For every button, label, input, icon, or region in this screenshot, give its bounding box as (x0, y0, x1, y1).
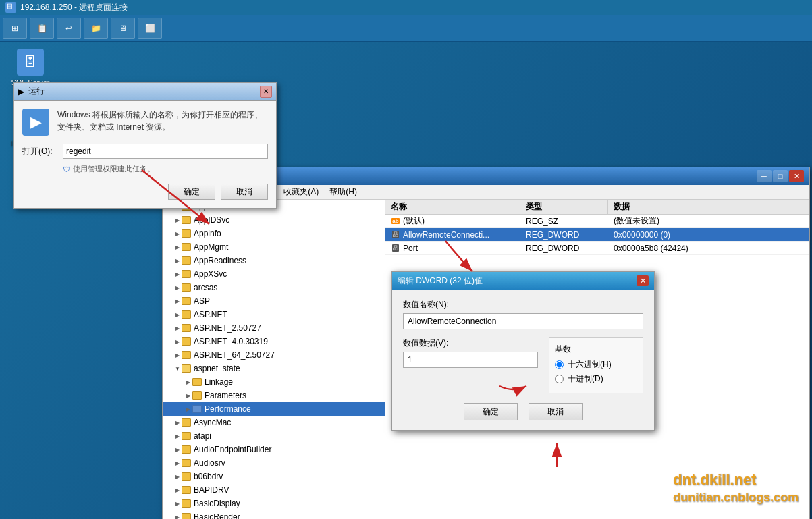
window-controls: ─ □ ✕ (757, 170, 804, 182)
dec-radio-item[interactable]: 十进制(D) (555, 373, 637, 385)
reg-cell-type-port: REG_DWORD (520, 242, 608, 254)
taskbar-btn-1[interactable]: 📋 (30, 18, 54, 39)
tree-item-aspnet250[interactable]: ▶ ASP.NET_2.50727 (163, 321, 385, 335)
dword-value-label: 数值数据(V): (403, 337, 538, 349)
tree-item-basicdisplay[interactable]: ▶ BasicDisplay (163, 497, 385, 510)
run-cancel-btn[interactable]: 取消 (221, 184, 268, 200)
tree-item-appreadiness[interactable]: ▶ AppReadiness (163, 254, 385, 267)
reg-cell-type-default: REG_SZ (520, 215, 608, 227)
dword-icon-allow: 品 (391, 230, 400, 240)
rd-title: 192.168.1.250 - 远程桌面连接 (20, 2, 128, 13)
dword-icon-port: 品 (391, 244, 400, 253)
tree-item-atapi[interactable]: ▶ atapi (163, 429, 385, 443)
sql-icon: 🗄 (17, 49, 44, 76)
dword-ok-btn[interactable]: 确定 (464, 403, 518, 420)
tree-item-appinfo[interactable]: ▶ Appinfo (163, 227, 385, 240)
dword-name-input[interactable] (403, 313, 643, 329)
dword-value-col: 数值数据(V): (403, 337, 538, 368)
dword-buttons: 确定 取消 (403, 403, 643, 420)
dword-radio-col: 基数 十六进制(H) 十进制(D) (549, 337, 643, 393)
dword-title-text: 编辑 DWORD (32 位)值 (398, 275, 483, 287)
tree-item-appxsvc[interactable]: ▶ AppXSvc (163, 267, 385, 281)
col-header-type: 类型 (520, 200, 608, 214)
close-btn[interactable]: ✕ (789, 170, 804, 182)
tree-item-arcsas[interactable]: ▶ arcsas (163, 281, 385, 294)
dword-value-row: 数值数据(V): 基数 十六进制(H) 十进制(D) (403, 337, 643, 393)
dword-body: 数值名称(N): 数值数据(V): 基数 十六进制(H) 十进制(D) (392, 290, 654, 430)
run-dialog-buttons: 确定 取消 (22, 181, 268, 200)
run-hint-text: 使用管理权限建此任务。 (73, 164, 155, 174)
tree-item-asp[interactable]: ▶ ASP (163, 294, 385, 308)
run-input[interactable] (63, 144, 268, 159)
taskbar-start[interactable]: ⊞ (3, 18, 27, 39)
dword-value-input[interactable] (403, 352, 538, 368)
watermark: dnt.dkill.net dunitian.cnblogs.com (673, 470, 799, 506)
dword-close-btn[interactable]: ✕ (637, 275, 649, 286)
tree-item-performance[interactable]: ▶ Performance (163, 402, 385, 416)
reg-cell-name-port: 品 Port (385, 242, 520, 254)
reg-row-port[interactable]: 品 Port REG_DWORD 0x0000a5b8 (42424) (385, 242, 809, 255)
reg-cell-data-allowremote: 0x00000000 (0) (608, 228, 809, 241)
dword-cancel-btn[interactable]: 取消 (529, 403, 583, 420)
tree-item-basicrender[interactable]: ▶ BasicRender (163, 510, 385, 519)
tree-item-parameters[interactable]: ▶ Parameters (163, 389, 385, 402)
reg-cell-data-default: (数值未设置) (608, 215, 809, 227)
watermark-line2: dunitian.cnblogs.com (673, 490, 799, 506)
run-dialog-title-area: ▶ 运行 (18, 86, 45, 97)
reg-cell-type-allowremote: REG_DWORD (520, 228, 608, 241)
tree-panel: ▶ AppID ▶ AppIDSvc ▶ Appinfo ▶ A (163, 200, 385, 519)
reg-cell-name-default: ab (默认) (385, 215, 520, 227)
reg-cell-name-allowremote: 品 AllowRemoteConnecti... (385, 228, 520, 241)
hex-radio-label: 十六进制(H) (568, 359, 612, 371)
rd-icon: 🖥 (5, 2, 16, 13)
run-hint: 🛡 使用管理权限建此任务。 (63, 164, 268, 174)
menu-favorites[interactable]: 收藏夹(A) (278, 185, 324, 200)
maximize-btn[interactable]: □ (773, 170, 788, 182)
hex-radio[interactable] (555, 360, 564, 369)
run-dialog: ▶ 运行 ✕ ▶ Windows 将根据你所输入的名称，为你打开相应的程序、文件… (13, 82, 277, 209)
tree-item-bapidrv[interactable]: ▶ BAPIDRV (163, 483, 385, 497)
run-dialog-titlebar: ▶ 运行 ✕ (14, 83, 276, 101)
col-header-data: 数据 (608, 200, 809, 214)
taskbar-btn-4[interactable]: 🖥 (111, 18, 135, 39)
taskbar-btn-5[interactable]: ⬜ (138, 18, 162, 39)
tree-item-appmgmt[interactable]: ▶ AppMgmt (163, 240, 385, 254)
tree-item-asyncmac[interactable]: ▶ AsyncMac (163, 416, 385, 429)
run-icon: ▶ (18, 87, 24, 97)
tree-item-audioep[interactable]: ▶ AudioEndpointBuilder (163, 443, 385, 456)
taskbar: ⊞ 📋 ↩ 📁 🖥 ⬜ (0, 15, 812, 42)
dec-radio[interactable] (555, 375, 564, 383)
rd-titlebar: 🖥 192.168.1.250 - 远程桌面连接 (0, 0, 812, 15)
shield-icon: 🛡 (63, 165, 70, 173)
tree-item-aspnet[interactable]: ▶ ASP.NET (163, 308, 385, 321)
run-dialog-input-row: 打开(O): (22, 144, 268, 159)
run-dialog-big-icon: ▶ (22, 109, 49, 136)
watermark-line1: dnt.dkill.net (673, 470, 799, 490)
run-open-label: 打开(O): (22, 146, 63, 157)
hex-radio-item[interactable]: 十六进制(H) (555, 359, 637, 371)
dec-radio-label: 十进制(D) (568, 373, 603, 385)
tree-item-aspnet40[interactable]: ▶ ASP.NET_4.0.30319 (163, 335, 385, 348)
tree-item-appidsvc[interactable]: ▶ AppIDSvc (163, 213, 385, 227)
taskbar-btn-2[interactable]: ↩ (57, 18, 81, 39)
menu-help[interactable]: 帮助(H) (324, 185, 362, 200)
tree-item-audiosrv[interactable]: ▶ Audiosrv (163, 456, 385, 470)
minimize-btn[interactable]: ─ (757, 170, 772, 182)
dword-titlebar: 编辑 DWORD (32 位)值 ✕ (392, 272, 654, 290)
tree-item-linkage[interactable]: ▶ Linkage (163, 375, 385, 389)
col-header-name: 名称 (385, 200, 520, 214)
run-title-text: 运行 (28, 86, 45, 97)
reg-row-allowremote[interactable]: 品 AllowRemoteConnecti... REG_DWORD 0x000… (385, 228, 809, 242)
tree-item-aspnet-state[interactable]: ▼ aspnet_state (163, 362, 385, 375)
dword-name-label: 数值名称(N): (403, 299, 643, 310)
tree-item-aspnet64[interactable]: ▶ ASP.NET_64_2.50727 (163, 348, 385, 362)
reg-row-default[interactable]: ab (默认) REG_SZ (数值未设置) (385, 215, 809, 228)
taskbar-btn-3[interactable]: 📁 (84, 18, 108, 39)
run-dialog-icon-row: ▶ Windows 将根据你所输入的名称，为你打开相应的程序、文件夹、文档或 I… (22, 109, 268, 136)
tree-item-b06bdrv[interactable]: ▶ b06bdrv (163, 470, 385, 483)
dword-dialog: 编辑 DWORD (32 位)值 ✕ 数值名称(N): 数值数据(V): 基数 … (391, 271, 655, 431)
desktop: 🗄 SQL Server2014 Ma... 🌐 IIS Manager ▶ 运… (0, 42, 812, 519)
run-dialog-close-btn[interactable]: ✕ (260, 86, 272, 98)
run-dialog-desc: Windows 将根据你所输入的名称，为你打开相应的程序、文件夹、文档或 Int… (57, 109, 268, 133)
run-ok-btn[interactable]: 确定 (168, 184, 215, 200)
